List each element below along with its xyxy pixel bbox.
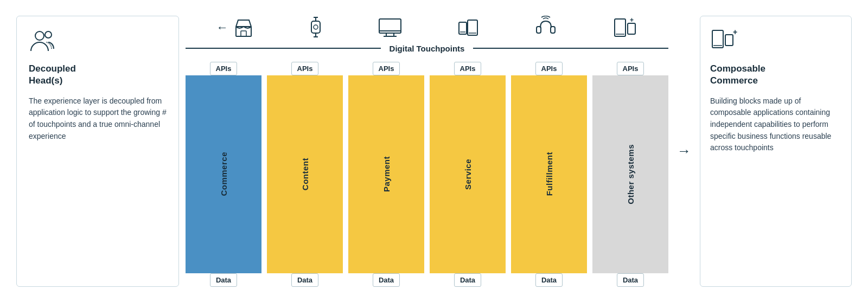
- col-bar-content: Content: [267, 75, 343, 273]
- headset-icon: [532, 16, 559, 40]
- col-bar-label: Commerce: [219, 152, 228, 196]
- store-icon: [232, 16, 256, 40]
- right-panel: + Composable Commerce Building blocks ma…: [700, 16, 852, 287]
- touchpoint-icons-row: ←: [186, 16, 668, 40]
- column-commerce: APIsCommerceData: [186, 62, 261, 287]
- svg-rect-19: [537, 27, 541, 33]
- svg-text:+: +: [630, 16, 634, 24]
- col-bar-fulfillment: Fulfillment: [511, 75, 587, 273]
- diagram-container: Decoupled Head(s) The experience layer i…: [11, 10, 857, 292]
- col-bar-label: Service: [463, 159, 473, 190]
- left-panel-title: Decoupled Head(s): [29, 63, 167, 87]
- col-bar-commerce: Commerce: [186, 75, 261, 273]
- col-bar-label: Content: [301, 158, 310, 190]
- data-box-content: Data: [291, 273, 318, 287]
- data-box-fulfillment: Data: [535, 273, 563, 287]
- col-bar-label: Payment: [382, 156, 391, 192]
- watch-icon: [306, 16, 326, 40]
- touchpoints-line-right: [473, 48, 668, 49]
- svg-point-0: [35, 31, 44, 40]
- data-box-service: Data: [454, 273, 481, 287]
- tablet-phone-icon: [455, 16, 482, 40]
- api-box-payment: APIs: [373, 62, 400, 75]
- svg-point-1: [45, 31, 52, 38]
- touchpoints-line-left: [186, 48, 381, 49]
- left-panel: Decoupled Head(s) The experience layer i…: [16, 16, 179, 287]
- svg-text:+: +: [733, 28, 737, 36]
- api-box-content: APIs: [291, 62, 319, 75]
- data-box-payment: Data: [373, 273, 400, 287]
- center-area: ←: [186, 16, 668, 287]
- svg-rect-22: [628, 23, 635, 34]
- column-payment: APIsPaymentData: [348, 62, 424, 287]
- desktop-icon-wrapper: [376, 16, 404, 40]
- columns-area: APIsCommerceDataAPIsContentDataAPIsPayme…: [186, 57, 668, 287]
- tablet-icon-wrapper: [455, 16, 482, 40]
- center-to-right-arrow: →: [675, 143, 693, 159]
- desktop-icon: [376, 16, 404, 40]
- arrow-left-icon: ←: [216, 21, 228, 35]
- touchpoints-label: Digital Touchpoints: [381, 44, 474, 53]
- data-box-commerce: Data: [210, 273, 237, 287]
- svg-rect-26: [725, 35, 733, 46]
- column-other-systems: APIsOther systemsData: [592, 62, 668, 287]
- svg-rect-4: [311, 21, 320, 33]
- col-bar-other-systems: Other systems: [592, 75, 668, 273]
- store-with-arrow: ←: [216, 16, 256, 40]
- api-box-commerce: APIs: [210, 62, 238, 75]
- data-box-other-systems: Data: [617, 273, 644, 287]
- touchpoints-header: ←: [186, 16, 668, 53]
- column-service: APIsServiceData: [430, 62, 506, 287]
- mobile-plus-icon-wrapper: +: [610, 16, 637, 40]
- svg-rect-3: [241, 31, 246, 36]
- left-panel-icon: [29, 28, 167, 53]
- column-fulfillment: APIsFulfillmentData: [511, 62, 587, 287]
- column-content: APIsContentData: [267, 62, 343, 287]
- right-panel-icon: +: [710, 28, 841, 53]
- svg-rect-25: [712, 30, 723, 48]
- left-panel-description: The experience layer is decoupled from a…: [29, 95, 167, 143]
- mobile-plus-icon: +: [610, 16, 637, 40]
- api-box-fulfillment: APIs: [535, 62, 563, 75]
- col-bar-label: Other systems: [626, 144, 635, 204]
- right-panel-description: Building blocks made up of composable ap…: [710, 95, 841, 154]
- col-bar-service: Service: [430, 75, 506, 273]
- col-bar-label: Fulfillment: [545, 152, 554, 196]
- svg-point-9: [314, 25, 318, 29]
- touchpoints-label-wrapper: Digital Touchpoints: [186, 44, 668, 53]
- api-box-other-systems: APIs: [617, 62, 644, 75]
- right-panel-title: Composable Commerce: [710, 63, 841, 87]
- headset-icon-wrapper: [532, 16, 559, 40]
- watch-icon-wrapper: [306, 16, 326, 40]
- svg-rect-21: [615, 19, 626, 36]
- col-bar-payment: Payment: [348, 75, 424, 273]
- api-box-service: APIs: [454, 62, 482, 75]
- svg-rect-20: [551, 27, 555, 33]
